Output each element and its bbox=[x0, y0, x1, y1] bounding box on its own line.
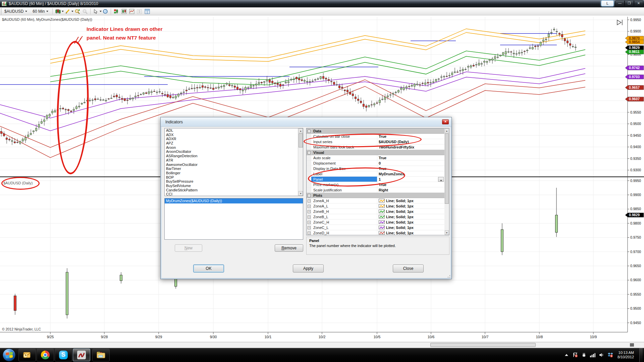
selected-indicator-item[interactable]: MyDrumZones($AUDUSD (Daily)) bbox=[165, 198, 303, 203]
plot-row-zoneb_h[interactable]: +ZoneB_HLine; Solid; 1px bbox=[307, 209, 449, 214]
plot-row-zonea_l[interactable]: +ZoneA_LLine; Solid; 1px bbox=[307, 203, 449, 209]
link-button[interactable]: L bbox=[601, 0, 614, 6]
zoom-in-icon[interactable] bbox=[74, 8, 81, 15]
line-chart-icon[interactable] bbox=[128, 8, 135, 15]
taskbar-chrome-button[interactable] bbox=[37, 349, 54, 361]
property-section-visual[interactable]: −Visual bbox=[307, 150, 449, 155]
chevron-down-icon[interactable] bbox=[71, 11, 73, 12]
minimize-button[interactable]: — bbox=[615, 0, 625, 6]
property-section-plots[interactable]: −Plots bbox=[307, 193, 449, 198]
indicator-list-item[interactable]: Aroon bbox=[165, 145, 303, 150]
indicator-list-scrollbar[interactable]: ▲ ▼ bbox=[298, 128, 303, 196]
indicator-list-item[interactable]: Bollinger bbox=[165, 171, 303, 175]
price-tick-label: 0.9800 bbox=[630, 221, 641, 225]
indicator-list-item[interactable]: BuySellPressure bbox=[165, 179, 303, 184]
remove-button[interactable]: Remove bbox=[275, 244, 303, 252]
scroll-up-icon[interactable]: ▲ bbox=[299, 128, 303, 133]
go-to-last-bar-icon[interactable] bbox=[617, 20, 622, 25]
property-row-auto-scale[interactable]: Auto scaleTrue bbox=[307, 155, 449, 161]
indicator-list-item[interactable]: ADL bbox=[165, 128, 303, 133]
chevron-down-icon[interactable] bbox=[62, 11, 64, 12]
indicator-list-item[interactable]: ASRangeDetection bbox=[165, 154, 303, 158]
taskbar-outlook-button[interactable] bbox=[18, 349, 36, 361]
chart-trader-icon[interactable] bbox=[113, 8, 120, 15]
show-desktop-button[interactable] bbox=[639, 348, 643, 362]
scrollbar-thumb[interactable] bbox=[430, 343, 536, 347]
interval-dropdown[interactable]: 60 Min bbox=[30, 8, 51, 15]
resize-grip[interactable] bbox=[447, 275, 450, 278]
indicator-list-item[interactable]: BarTimer bbox=[165, 167, 303, 171]
indicator-list-item[interactable]: AwesomeOscillator bbox=[165, 163, 303, 167]
indicator-listbox[interactable]: ADLADXADXRAPZAroonAroonOscillatorASRange… bbox=[164, 128, 303, 196]
chart-style-icon[interactable] bbox=[54, 8, 61, 15]
plot-row-zoned_h[interactable]: +ZoneD_HLine; Solid; 1px bbox=[307, 230, 449, 235]
window-title: $AUDUSD (60 Min) / $AUDUSD (Daily) 8/10/… bbox=[9, 1, 98, 6]
property-row-displacement[interactable]: Displacement0 bbox=[307, 161, 449, 166]
scroll-up-icon[interactable]: ▲ bbox=[445, 128, 449, 133]
cursor-icon[interactable] bbox=[92, 8, 99, 15]
dialog-close-icon[interactable]: ✕ bbox=[442, 119, 449, 124]
plot-row-zonea_h[interactable]: +ZoneA_HLine; Solid; 1px bbox=[307, 198, 449, 203]
dialog-titlebar[interactable]: Indicators bbox=[161, 117, 451, 127]
ok-button[interactable]: OK bbox=[193, 264, 224, 273]
scroll-down-icon[interactable]: ▼ bbox=[445, 230, 449, 235]
date-tick-label: 10/7 bbox=[482, 335, 489, 339]
scrollbar-thumb[interactable] bbox=[445, 133, 449, 204]
price-tick-label: 0.9950 bbox=[630, 179, 641, 183]
date-tick-label: 9/28 bbox=[101, 335, 108, 339]
scroll-down-icon[interactable]: ▼ bbox=[299, 191, 303, 196]
bars-panel-icon[interactable] bbox=[120, 8, 127, 15]
property-description-text: The panel number where the indicator wil… bbox=[309, 244, 396, 248]
action-center-flag-icon[interactable] bbox=[573, 352, 578, 358]
taskbar-skype-button[interactable]: S bbox=[55, 349, 72, 361]
indicator-list-item[interactable]: APZ bbox=[165, 141, 303, 145]
scrollbar-marker[interactable] bbox=[630, 343, 634, 347]
instrument-dropdown[interactable]: $AUDUSD bbox=[2, 8, 30, 15]
scrollbar-thumb[interactable] bbox=[299, 133, 303, 147]
new-button: New bbox=[175, 244, 202, 252]
selected-indicators-listbox[interactable]: MyDrumZones($AUDUSD (Daily)) bbox=[164, 198, 303, 240]
taskbar-clock[interactable]: 10:13 AM 8/10/2012 bbox=[618, 351, 634, 359]
restore-button[interactable]: ❐ bbox=[625, 0, 634, 6]
property-row-scale-justification[interactable]: Scale justificationRight bbox=[307, 187, 449, 193]
date-tick-label: 10/5 bbox=[374, 335, 381, 339]
indicator-list-item[interactable]: AroonOscillator bbox=[165, 149, 303, 154]
plot-row-zonec_l[interactable]: +ZoneC_LLine; Solid; 1px bbox=[307, 225, 449, 230]
indicator-list-item[interactable]: CCI bbox=[165, 192, 303, 196]
plot-row-zoneb_l[interactable]: +ZoneB_LLine; Solid; 1px bbox=[307, 214, 449, 220]
price-marker-value: 0.9854 bbox=[629, 40, 640, 44]
indicator-list-item[interactable]: ADXR bbox=[165, 137, 303, 141]
close-dialog-button[interactable]: Close bbox=[393, 264, 424, 273]
taskbar-ninjatrader-button[interactable] bbox=[73, 349, 90, 361]
panels-icon[interactable] bbox=[144, 8, 151, 15]
indicator-list-item[interactable]: ADX bbox=[165, 133, 303, 137]
taskbar-explorer-button[interactable] bbox=[92, 349, 110, 361]
svg-text:$: $ bbox=[139, 10, 141, 13]
date-tick-label: 10/8 bbox=[536, 335, 543, 339]
indicator-list-item[interactable]: BOP bbox=[165, 175, 303, 180]
property-section-data[interactable]: −Data bbox=[307, 128, 449, 134]
horizontal-scrollbar[interactable] bbox=[0, 342, 644, 348]
date-tick-label: 10/6 bbox=[428, 335, 435, 339]
property-grid-scrollbar[interactable]: ▲ ▼ bbox=[444, 128, 449, 235]
speaker-icon[interactable] bbox=[599, 352, 604, 358]
dollar-icon: $ bbox=[136, 8, 143, 15]
chevron-down-icon[interactable] bbox=[100, 11, 102, 12]
panel-dropdown-button[interactable] bbox=[438, 177, 444, 182]
indicator-list-item[interactable]: BuySellVolume bbox=[165, 184, 303, 188]
plot-row-zonec_h[interactable]: +ZoneC_HLine; Solid; 1px bbox=[307, 220, 449, 225]
hidden-icons-arrow-icon[interactable] bbox=[564, 352, 569, 358]
network-signal-icon[interactable] bbox=[590, 352, 595, 358]
draw-pencil-icon[interactable] bbox=[64, 8, 71, 15]
close-button[interactable]: ✕ bbox=[634, 0, 643, 6]
apply-button[interactable]: Apply bbox=[293, 264, 324, 273]
dropbox-icon[interactable] bbox=[607, 352, 613, 358]
start-button[interactable] bbox=[3, 349, 15, 361]
system-tray: 10:13 AM 8/10/2012 bbox=[564, 348, 644, 362]
indicator-list-item[interactable]: CandleStickPattern bbox=[165, 188, 303, 192]
price-tick-label: 0.9950 bbox=[630, 18, 641, 22]
chevron-down-icon bbox=[25, 11, 27, 12]
indicator-list-item[interactable]: ATR bbox=[165, 158, 303, 163]
data-box-icon[interactable] bbox=[102, 8, 109, 15]
power-plug-icon[interactable] bbox=[581, 352, 587, 358]
